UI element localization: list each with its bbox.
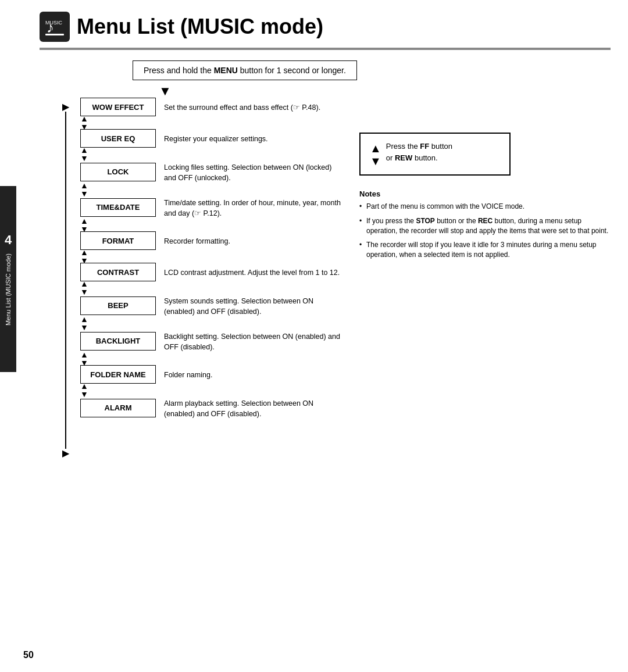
notes-title: Notes — [359, 190, 611, 198]
right-area: ▲ ▼ Press the FF button or REW button. N… — [342, 98, 611, 463]
item-row-timedate: TIME&DATE Time/date setting. In order of… — [80, 196, 342, 219]
menu-label-backlight: BACKLIGHT — [96, 337, 141, 345]
between-2-3: ▲ ▼ — [80, 183, 88, 196]
menu-box-lock: LOCK — [80, 163, 156, 181]
side-box-ff: FF — [420, 142, 429, 151]
item-row-wow-effect: WOW EFFECT Set the surround effect and b… — [80, 98, 320, 116]
left-vert-line — [65, 112, 66, 449]
menu-label-alarm: ALARM — [105, 403, 132, 412]
svg-text:MUSIC: MUSIC — [45, 20, 63, 26]
menu-box-contrast: CONTRAST — [80, 263, 156, 281]
desc-alarm: Alarm playback setting. Selection betwee… — [156, 396, 342, 419]
press-hold-prefix: Press and hold the — [144, 66, 214, 75]
menu-box-beep: BEEP — [80, 296, 156, 315]
item-beep: BEEP System sounds setting. Selection be… — [80, 294, 342, 330]
menu-box-timedate: TIME&DATE — [80, 198, 156, 217]
side-box-line2-suffix: button. — [412, 153, 437, 162]
sidebar-tab: 4 Menu List (MUSIC mode) — [0, 186, 16, 372]
menu-label-timedate: TIME&DATE — [97, 203, 140, 212]
notes-list: Part of the menu is common with the VOIC… — [359, 202, 611, 260]
side-box-text: Press the FF button or REW button. — [386, 141, 452, 163]
side-info-box: ▲ ▼ Press the FF button or REW button. — [359, 133, 511, 176]
desc-user-eq: Register your equalizer settings. — [156, 132, 268, 145]
between-1-2: ▲ ▼ — [80, 148, 88, 160]
item-row-beep: BEEP System sounds setting. Selection be… — [80, 294, 342, 317]
press-hold-bold: MENU — [214, 66, 238, 75]
desc-format: Recorder formatting. — [156, 234, 230, 247]
page-number: 50 — [23, 650, 34, 660]
side-arrows: ▲ ▼ — [370, 142, 381, 167]
item-backlight: BACKLIGHT Backlight setting. Selection b… — [80, 330, 342, 365]
desc-contrast: LCD contrast adjustment. Adjust the leve… — [156, 266, 340, 278]
right-arrow-bottom: ▶ — [62, 449, 69, 458]
right-arrow-top: ▶ — [62, 102, 69, 112]
menu-label-user-eq: USER EQ — [101, 134, 135, 143]
item-contrast: CONTRAST LCD contrast adjustment. Adjust… — [80, 263, 342, 294]
flow-structure: ▶ ▶ WOW EFFECT S — [51, 98, 342, 463]
menu-box-backlight: BACKLIGHT — [80, 332, 156, 351]
item-timedate: TIME&DATE Time/date setting. In order of… — [80, 196, 342, 231]
item-row-folder-name: FOLDER NAME Folder naming. — [80, 365, 212, 384]
item-row-user-eq: USER EQ Register your equalizer settings… — [80, 129, 268, 148]
item-row-backlight: BACKLIGHT Backlight setting. Selection b… — [80, 330, 342, 352]
item-alarm: ALARM Alarm playback setting. Selection … — [80, 396, 342, 419]
sidebar-number: 4 — [5, 233, 12, 248]
side-box-content: ▲ ▼ Press the FF button or REW button. — [370, 141, 500, 167]
desc-wow-effect: Set the surround effect and bass effect … — [156, 101, 320, 113]
between-7-8: ▲ ▼ — [80, 352, 88, 365]
notes-section: Notes Part of the menu is common with th… — [359, 190, 611, 260]
item-row-alarm: ALARM Alarm playback setting. Selection … — [80, 396, 342, 419]
desc-backlight: Backlight setting. Selection between ON … — [156, 330, 342, 352]
between-0-1: ▲ ▼ — [80, 116, 88, 129]
initial-down-arrow: ▼ — [159, 85, 611, 98]
flow-items-col: WOW EFFECT Set the surround effect and b… — [80, 98, 342, 463]
side-box-rew: REW — [395, 153, 412, 162]
menu-box-format: FORMAT — [80, 231, 156, 250]
press-hold-suffix: button for 1 second or longer. — [238, 66, 346, 75]
between-3-4: ▲ ▼ — [80, 219, 88, 231]
menu-box-alarm: ALARM — [80, 399, 156, 417]
music-note-svg: ♪ MUSIC — [44, 16, 65, 37]
flowchart: ▶ ▶ WOW EFFECT S — [40, 98, 342, 463]
flow-left-line: ▶ ▶ — [51, 98, 80, 463]
desc-beep: System sounds setting. Selection between… — [156, 294, 342, 317]
side-box-line2-prefix: or — [386, 153, 395, 162]
menu-label-beep: BEEP — [108, 301, 128, 310]
menu-label-format: FORMAT — [102, 237, 134, 245]
item-wow-effect: WOW EFFECT Set the surround effect and b… — [80, 98, 342, 129]
item-row-contrast: CONTRAST LCD contrast adjustment. Adjust… — [80, 263, 340, 281]
item-row-lock: LOCK Locking files setting. Selection be… — [80, 160, 342, 183]
between-6-7: ▲ ▼ — [80, 317, 88, 330]
content-area: ▶ ▶ WOW EFFECT S — [40, 98, 611, 463]
title-divider — [40, 48, 611, 50]
note-item-2: If you press the STOP button or the REC … — [359, 216, 611, 236]
header: ♪ MUSIC Menu List (MUSIC mode) — [40, 12, 611, 42]
page-title: Menu List (MUSIC mode) — [77, 15, 323, 39]
note-item-1: Part of the menu is common with the VOIC… — [359, 202, 611, 212]
menu-box-folder-name: FOLDER NAME — [80, 365, 156, 384]
item-row-format: FORMAT Recorder formatting. — [80, 231, 230, 250]
item-lock: LOCK Locking files setting. Selection be… — [80, 160, 342, 196]
side-box-line1-prefix: Press the — [386, 142, 420, 151]
desc-folder-name: Folder naming. — [156, 368, 212, 381]
press-hold-box: Press and hold the MENU button for 1 sec… — [133, 60, 357, 80]
menu-box-user-eq: USER EQ — [80, 129, 156, 148]
menu-label-lock: LOCK — [108, 167, 129, 176]
note-item-3: The recorder will stop if you leave it i… — [359, 240, 611, 260]
menu-label-folder-name: FOLDER NAME — [90, 370, 145, 379]
main-content: ♪ MUSIC Menu List (MUSIC mode) Press and… — [16, 0, 628, 486]
menu-box-wow-effect: WOW EFFECT — [80, 98, 156, 116]
between-8-9: ▲ ▼ — [80, 384, 88, 396]
item-folder-name: FOLDER NAME Folder naming. ▲ ▼ — [80, 365, 342, 396]
music-icon: ♪ MUSIC — [40, 12, 70, 42]
side-box-line1-suffix: button — [429, 142, 452, 151]
menu-label-contrast: CONTRAST — [97, 268, 139, 277]
desc-timedate: Time/date setting. In order of hour, min… — [156, 196, 342, 219]
sidebar-label: Menu List (MUSIC mode) — [5, 253, 12, 326]
svg-rect-1 — [45, 34, 64, 35]
between-4-5: ▲ ▼ — [80, 250, 88, 263]
item-format: FORMAT Recorder formatting. ▲ ▼ — [80, 231, 342, 263]
desc-lock: Locking files setting. Selection between… — [156, 160, 342, 183]
between-5-6: ▲ ▼ — [80, 281, 88, 294]
menu-label-wow-effect: WOW EFFECT — [92, 103, 144, 112]
